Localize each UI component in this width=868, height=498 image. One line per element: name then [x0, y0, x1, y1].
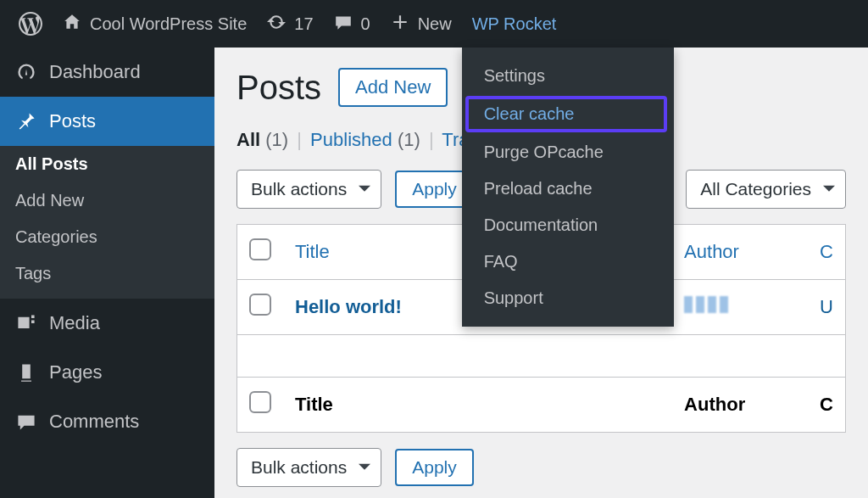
sidebar-label-pages: Pages	[49, 361, 102, 383]
comments-link[interactable]: 0	[324, 0, 381, 48]
submenu-all-posts[interactable]: All Posts	[0, 146, 214, 182]
submenu-add-new[interactable]: Add New	[0, 182, 214, 219]
filter-all-label: All	[236, 129, 260, 150]
filter-separator: |	[293, 129, 305, 150]
pushpin-icon	[15, 110, 37, 132]
filter-separator: |	[426, 129, 437, 150]
filter-published[interactable]: Published (1)	[310, 129, 426, 150]
submenu-categories[interactable]: Categories	[0, 219, 214, 255]
row-checkbox[interactable]	[249, 294, 271, 316]
sidebar-label-comments: Comments	[49, 411, 139, 433]
posts-submenu: All Posts Add New Categories Tags	[0, 146, 214, 299]
apply-button-bottom[interactable]: Apply	[395, 449, 474, 486]
categories-filter-select[interactable]: All Categories	[686, 170, 846, 209]
bulk-actions-select[interactable]: Bulk actions	[236, 170, 381, 209]
wprocket-support[interactable]: Support	[462, 280, 674, 316]
wprocket-preload-cache[interactable]: Preload cache	[462, 171, 674, 207]
submenu-tags[interactable]: Tags	[0, 255, 214, 292]
filter-published-label: Published	[310, 129, 392, 150]
wprocket-purge-opcache[interactable]: Purge OPcache	[462, 134, 674, 171]
sidebar-item-pages[interactable]: Pages	[0, 348, 214, 397]
sidebar-item-posts[interactable]: Posts	[0, 97, 214, 146]
new-link[interactable]: New	[381, 0, 462, 48]
wp-logo[interactable]	[8, 0, 53, 48]
wprocket-clear-cache[interactable]: Clear cache	[465, 96, 667, 132]
sidebar-label-posts: Posts	[49, 110, 96, 132]
site-name-link[interactable]: Cool WordPress Site	[53, 0, 257, 48]
category-link[interactable]: U	[820, 296, 833, 317]
author-blurred	[684, 296, 732, 313]
select-all-checkbox-top[interactable]	[249, 238, 271, 260]
post-title-link[interactable]: Hello world!	[295, 296, 402, 317]
wprocket-dropdown: Settings Clear cache Purge OPcache Prelo…	[462, 48, 674, 327]
updates-link[interactable]: 17	[257, 0, 323, 48]
comments-icon	[15, 411, 37, 433]
new-label: New	[418, 14, 452, 34]
sidebar-item-dashboard[interactable]: Dashboard	[0, 48, 214, 97]
admin-sidebar: Dashboard Posts All Posts Add New Catego…	[0, 48, 214, 498]
column-title-foot[interactable]: Title	[283, 378, 672, 433]
page-title: Posts	[236, 69, 321, 107]
home-icon	[63, 13, 81, 36]
admin-bar: Cool WordPress Site 17 0 New WP Rocket S…	[0, 0, 868, 48]
column-categories-foot[interactable]: C	[808, 378, 845, 433]
refresh-icon	[267, 13, 286, 36]
table-row-spacer	[237, 335, 846, 378]
sidebar-label-media: Media	[49, 312, 100, 334]
media-icon	[15, 312, 37, 334]
filter-all[interactable]: All (1)	[236, 129, 293, 150]
sidebar-label-dashboard: Dashboard	[49, 61, 141, 83]
comment-icon	[334, 13, 353, 36]
column-categories[interactable]: C	[808, 225, 845, 280]
add-new-button[interactable]: Add New	[338, 68, 448, 107]
wprocket-menu-root[interactable]: WP Rocket Settings Clear cache Purge OPc…	[462, 0, 567, 48]
wprocket-documentation[interactable]: Documentation	[462, 207, 674, 243]
column-author[interactable]: Author	[672, 225, 808, 280]
column-author-foot[interactable]: Author	[672, 378, 808, 433]
wprocket-label: WP Rocket	[472, 14, 557, 34]
pages-icon	[15, 361, 37, 383]
wprocket-faq[interactable]: FAQ	[462, 243, 674, 280]
sidebar-item-comments[interactable]: Comments	[0, 397, 214, 446]
dashboard-icon	[15, 61, 37, 83]
filter-all-count: (1)	[265, 129, 288, 150]
bulk-actions-bar-bottom: Bulk actions Apply	[236, 448, 846, 487]
sidebar-item-media[interactable]: Media	[0, 299, 214, 348]
site-name-text: Cool WordPress Site	[90, 14, 247, 34]
wprocket-settings[interactable]: Settings	[462, 58, 674, 94]
select-all-checkbox-bottom[interactable]	[249, 391, 271, 413]
filter-published-count: (1)	[398, 129, 420, 150]
comments-count: 0	[361, 14, 370, 34]
bulk-actions-select-bottom[interactable]: Bulk actions	[236, 448, 381, 487]
plus-icon	[391, 13, 409, 36]
updates-count: 17	[294, 14, 313, 34]
